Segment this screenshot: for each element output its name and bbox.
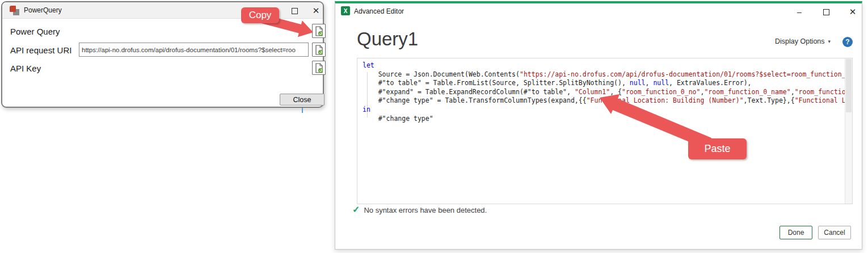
- help-icon[interactable]: ?: [842, 37, 853, 47]
- copy-api-key-button[interactable]: [312, 61, 326, 75]
- copy-power-query-button[interactable]: [312, 24, 326, 38]
- code-editor[interactable]: let Source = Json.Document(Web.Contents(…: [357, 58, 853, 204]
- copy-page-icon: [314, 63, 323, 73]
- copy-callout: Copy: [241, 7, 279, 23]
- minimize-button[interactable]: –: [793, 5, 806, 19]
- excel-app-icon: X: [341, 6, 350, 15]
- power-query-label: Power Query: [10, 27, 60, 36]
- code-line: #"expand" = Table.ExpandRecordColumn(#"t…: [363, 88, 845, 97]
- done-button[interactable]: Done: [779, 226, 812, 239]
- copy-page-icon: [314, 26, 323, 36]
- maximize-icon: [823, 9, 829, 15]
- maximize-button[interactable]: [819, 5, 833, 19]
- syntax-status: ✓ No syntax errors have been detected.: [352, 205, 487, 214]
- copy-api-uri-button[interactable]: [312, 43, 326, 57]
- maximize-icon: [292, 8, 298, 14]
- screenshot-stage: PowerQuery ✕ Power Query API request URI…: [0, 0, 868, 253]
- api-key-label: API Key: [10, 64, 41, 73]
- chevron-down-icon: ▾: [828, 39, 831, 44]
- advanced-editor-window: X Advanced Editor – ✕ Query1 Display Opt…: [335, 1, 862, 250]
- close-window-button[interactable]: ✕: [846, 5, 859, 19]
- code-line: in: [363, 106, 845, 115]
- query-title: Query1: [357, 28, 418, 50]
- drofus-app-icon: [10, 6, 19, 15]
- cancel-button[interactable]: Cancel: [818, 226, 851, 239]
- display-options-dropdown[interactable]: Display Options ▾: [775, 37, 831, 45]
- maximize-button[interactable]: [288, 4, 301, 18]
- powerquery-window-title: PowerQuery: [24, 6, 62, 14]
- advanced-editor-window-title: Advanced Editor: [354, 7, 404, 15]
- code-line: Source = Json.Document(Web.Contents("htt…: [363, 70, 845, 79]
- paste-callout: Paste: [688, 138, 747, 159]
- code-line: #"change type" = Table.TransformColumnTy…: [363, 96, 845, 106]
- close-button[interactable]: Close: [280, 94, 325, 106]
- scrollbar-thumb[interactable]: [846, 59, 852, 112]
- cursor-artifact: [302, 108, 303, 113]
- code-line: let: [363, 61, 845, 70]
- code-editor-content[interactable]: let Source = Json.Document(Web.Contents(…: [357, 58, 845, 204]
- check-icon: ✓: [352, 205, 360, 214]
- api-request-uri-input[interactable]: [79, 43, 309, 57]
- display-options-label: Display Options: [775, 37, 825, 45]
- vertical-scrollbar[interactable]: [845, 58, 852, 204]
- advanced-editor-titlebar[interactable]: X Advanced Editor – ✕: [335, 3, 862, 19]
- close-window-button[interactable]: ✕: [309, 4, 323, 18]
- syntax-status-text: No syntax errors have been detected.: [364, 206, 487, 214]
- api-request-uri-label: API request URI: [10, 45, 71, 55]
- copy-page-icon: [314, 45, 323, 55]
- code-line: #"change type": [363, 115, 845, 124]
- code-line: #"to table" = Table.FromList(Source, Spl…: [363, 79, 845, 88]
